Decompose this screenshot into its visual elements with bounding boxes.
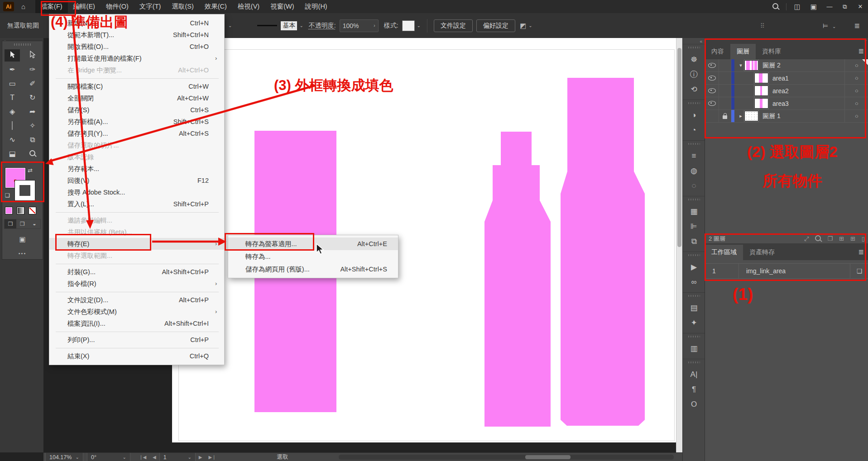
selection-tool-icon[interactable] bbox=[5, 49, 20, 62]
visibility-toggle[interactable] bbox=[705, 110, 719, 122]
dock-group-grip[interactable] bbox=[688, 336, 700, 337]
dock-group-grip[interactable] bbox=[688, 199, 700, 200]
menubar-item-6[interactable]: 效果(C) bbox=[199, 0, 232, 13]
file-menu-item-8[interactable]: 儲存(S)Ctrl+S bbox=[49, 104, 224, 116]
zoom-tool-icon[interactable] bbox=[25, 147, 40, 160]
opacity-label[interactable]: 不透明度: bbox=[309, 22, 336, 30]
stroke-style-control[interactable]: 基本 ⌄ bbox=[257, 21, 303, 30]
restore-button[interactable]: ⧉ bbox=[837, 0, 853, 13]
menubar-item-3[interactable]: 物件(O) bbox=[101, 0, 134, 13]
layer-target-circle[interactable]: ○ bbox=[844, 97, 868, 109]
gradient-fill-swatch[interactable] bbox=[17, 207, 24, 214]
workspace-switcher-icon[interactable]: ◫ bbox=[794, 3, 801, 11]
layer-thumbnail[interactable] bbox=[754, 73, 768, 83]
pen-tool-icon[interactable]: ✒ bbox=[5, 63, 20, 76]
file-menu-item-13[interactable]: 另存範本... bbox=[49, 163, 224, 175]
layer-target-circle[interactable]: ○ bbox=[844, 110, 868, 122]
file-menu-item-25[interactable]: 檔案資訊(I)...Alt+Shift+Ctrl+I bbox=[49, 318, 224, 329]
layer-name[interactable]: 圖層 2 bbox=[762, 62, 781, 70]
pathfinder-panel-icon[interactable]: ⧉ bbox=[683, 234, 705, 249]
locate-object-icon[interactable] bbox=[815, 235, 821, 242]
close-button[interactable]: ✕ bbox=[853, 0, 868, 13]
tab-asset-export[interactable]: 資產轉存 bbox=[743, 245, 781, 260]
color-guide-panel-icon[interactable]: ◔ bbox=[683, 123, 705, 138]
draw-normal-icon[interactable]: ❒ bbox=[5, 219, 16, 228]
select-similar-chevron-icon[interactable]: ⌄ bbox=[528, 23, 532, 28]
screen-mode-icon[interactable]: ▣ bbox=[16, 235, 29, 243]
menubar-item-1[interactable]: 檔案(F) bbox=[35, 0, 68, 13]
dock-group-grip[interactable] bbox=[688, 361, 700, 363]
arrange-documents-icon[interactable]: ▣ bbox=[810, 3, 817, 11]
vertical-scrollbar-thumb[interactable] bbox=[677, 48, 681, 247]
edit-toolbar-icon[interactable]: ••• bbox=[16, 251, 29, 256]
document-setup-button[interactable]: 文件設定 bbox=[434, 19, 473, 32]
rotate-tool-icon[interactable]: ↻ bbox=[25, 91, 40, 104]
lock-toggle[interactable] bbox=[719, 85, 731, 97]
draw-behind-icon[interactable]: ❒ bbox=[16, 219, 28, 228]
next-artboard-icon[interactable]: ▶ bbox=[196, 455, 206, 460]
opacity-stepper-icon[interactable]: › bbox=[374, 23, 375, 28]
layer-thumbnail[interactable] bbox=[744, 111, 758, 121]
swap-fill-stroke-icon[interactable]: ⇄ bbox=[28, 167, 33, 174]
menubar-item-9[interactable]: 說明(H) bbox=[300, 0, 333, 13]
curvature-tool-icon[interactable]: ✑ bbox=[25, 63, 40, 76]
gradient-panel-icon[interactable]: ▥ bbox=[683, 341, 705, 356]
dock-group-grip[interactable] bbox=[688, 254, 700, 256]
first-artboard-icon[interactable]: ❘◀ bbox=[136, 455, 149, 460]
align-glyphs-icon[interactable]: ⊨ ⌄ bbox=[823, 22, 836, 29]
toolbar-grip[interactable] bbox=[14, 43, 31, 46]
layer-name[interactable]: area2 bbox=[772, 87, 789, 95]
file-menu-item-6[interactable]: 關閉檔案(C)Ctrl+W bbox=[49, 81, 224, 92]
visibility-toggle[interactable] bbox=[705, 59, 719, 71]
export-submenu-item-3[interactable]: 儲存為網頁用 (舊版)...Alt+Shift+Ctrl+S bbox=[228, 263, 398, 276]
artboard-page-icon[interactable]: ❏ bbox=[850, 264, 868, 278]
align-panel-icon[interactable]: ⊫ bbox=[683, 219, 705, 234]
layer-thumbnail[interactable] bbox=[744, 60, 758, 71]
dock-group-grip[interactable] bbox=[688, 143, 700, 145]
layer-name[interactable]: area1 bbox=[772, 75, 789, 82]
menubar-item-8[interactable]: 視窗(W) bbox=[265, 0, 299, 13]
file-menu-item-9[interactable]: 另存新檔(A)...Shift+Ctrl+S bbox=[49, 116, 224, 128]
visibility-toggle[interactable] bbox=[705, 97, 719, 109]
gradient-tool-icon[interactable] bbox=[5, 119, 20, 132]
visibility-toggle[interactable] bbox=[705, 85, 719, 97]
minimize-button[interactable]: — bbox=[822, 0, 837, 13]
transform-panel-icon[interactable]: ▦ bbox=[683, 204, 705, 219]
style-swatch[interactable] bbox=[402, 20, 415, 31]
symbols-panel-icon[interactable]: ✦ bbox=[683, 315, 705, 330]
collect-for-export-icon[interactable]: ⤢ bbox=[804, 235, 809, 242]
info-panel-icon[interactable]: ⓘ bbox=[683, 67, 705, 82]
layer-row-area1[interactable]: area1○ bbox=[705, 72, 868, 85]
tab-libraries[interactable]: 資料庫 bbox=[756, 44, 787, 59]
color-panel-icon[interactable]: ◑ bbox=[683, 108, 705, 123]
type-tool-icon[interactable]: T bbox=[5, 91, 20, 104]
rotation-dropdown[interactable]: 0° ⌄ bbox=[87, 453, 130, 461]
rectangle-tool-icon[interactable]: ▭ bbox=[5, 77, 20, 90]
artboard-number-dropdown[interactable]: 1 ⌄ bbox=[159, 453, 196, 461]
layer-chevron-icon[interactable]: ▾ bbox=[737, 62, 744, 68]
lock-toggle[interactable] bbox=[719, 59, 731, 71]
layer-row-圖層-2[interactable]: ▾圖層 2○ bbox=[705, 59, 868, 72]
zoom-level-dropdown[interactable]: 104.17% ⌄ bbox=[45, 453, 83, 461]
previous-artboard-icon[interactable]: ◀ bbox=[149, 455, 159, 460]
layer-target-circle[interactable]: ○ bbox=[844, 72, 868, 84]
opacity-input[interactable]: 100% › bbox=[340, 19, 379, 32]
paragraph-panel-icon[interactable]: ¶ bbox=[683, 382, 705, 397]
selection-panel-icon[interactable]: ◌ bbox=[683, 178, 705, 193]
dock-group-grip[interactable] bbox=[688, 47, 700, 48]
stroke-panel-icon[interactable]: ≡ bbox=[683, 148, 705, 163]
width-tool-icon[interactable]: ∿ bbox=[5, 133, 20, 146]
home-icon[interactable]: ⌂ bbox=[21, 3, 25, 10]
tab-layers[interactable]: 圖層 bbox=[730, 44, 756, 59]
visibility-toggle[interactable] bbox=[705, 72, 719, 84]
last-artboard-icon[interactable]: ▶❘ bbox=[205, 455, 219, 460]
file-menu-item-23[interactable]: 文件設定(D)...Alt+Ctrl+P bbox=[49, 294, 224, 306]
dock-group-grip[interactable] bbox=[688, 295, 700, 297]
fill-dropdown-chevron-icon[interactable]: ⌄ bbox=[228, 23, 232, 28]
swatches-panel-icon[interactable]: ▤ bbox=[683, 300, 705, 315]
file-menu-item-3[interactable]: 開啟舊檔(O)...Ctrl+O bbox=[49, 41, 224, 52]
vertical-scrollbar[interactable] bbox=[676, 38, 683, 452]
canvas-shape-area3-bottle[interactable] bbox=[561, 78, 645, 426]
tab-artboards[interactable]: 工作區域 bbox=[705, 245, 743, 260]
menubar-item-7[interactable]: 檢視(V) bbox=[232, 0, 265, 13]
